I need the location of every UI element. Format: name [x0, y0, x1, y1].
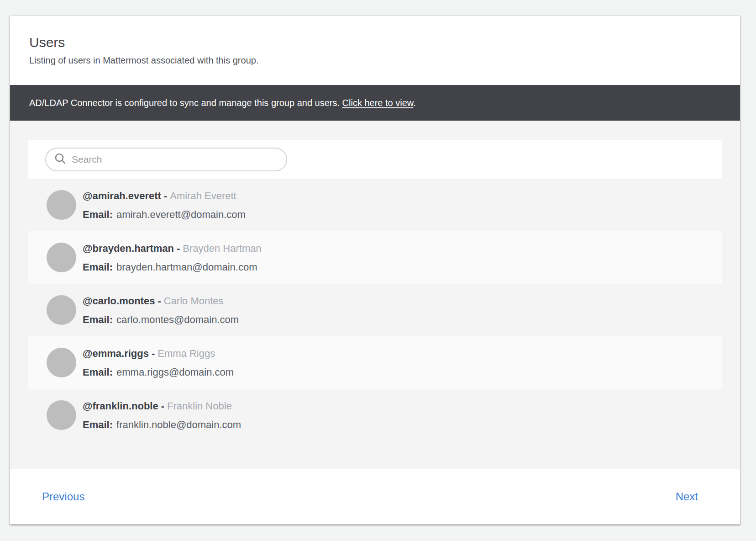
banner-text-before-link: AD/LDAP Connector is configured to sync …: [29, 98, 342, 108]
page-title: Users: [29, 33, 722, 52]
user-full-name: Emma Riggs: [158, 348, 215, 359]
user-info: @franklin.noble-Franklin Noble Email:fra…: [83, 400, 241, 431]
ldap-sync-banner: AD/LDAP Connector is configured to sync …: [10, 85, 740, 121]
next-page-link[interactable]: Next: [676, 490, 698, 503]
user-row[interactable]: @franklin.noble-Franklin Noble Email:fra…: [28, 389, 722, 441]
avatar-placeholder-icon: [47, 295, 76, 325]
user-email-line: Email:amirah.everett@domain.com: [83, 208, 246, 221]
user-row[interactable]: @amirah.everett-Amirah Everett Email:ami…: [28, 179, 722, 231]
email-label: Email:: [83, 419, 113, 430]
user-email-line: Email:carlo.montes@domain.com: [83, 313, 239, 326]
email-label: Email:: [83, 366, 113, 378]
user-info: @carlo.montes-Carlo Montes Email:carlo.m…: [83, 295, 239, 326]
user-email-line: Email:emma.riggs@domain.com: [83, 366, 234, 378]
user-full-name: Amirah Everett: [170, 190, 236, 202]
user-username: @amirah.everett: [83, 190, 161, 202]
avatar-placeholder-icon: [47, 348, 76, 377]
search-section: [28, 140, 722, 179]
email-label: Email:: [83, 261, 113, 273]
banner-text: AD/LDAP Connector is configured to sync …: [29, 98, 416, 108]
user-row[interactable]: @carlo.montes-Carlo Montes Email:carlo.m…: [28, 284, 722, 336]
user-full-name: Brayden Hartman: [183, 243, 261, 254]
pagination-footer: Previous Next: [10, 469, 740, 524]
user-email-line: Email:brayden.hartman@domain.com: [83, 261, 262, 273]
avatar-placeholder-icon: [47, 190, 76, 220]
user-row[interactable]: @brayden.hartman-Brayden Hartman Email:b…: [28, 231, 722, 284]
username-separator: -: [152, 348, 155, 359]
email-label: Email:: [83, 314, 113, 325]
user-name-line: @amirah.everett-Amirah Everett: [83, 190, 246, 202]
username-separator: -: [158, 295, 161, 307]
search-box[interactable]: [45, 148, 287, 171]
email-value: amirah.everett@domain.com: [116, 209, 246, 220]
panel-header: Users Listing of users in Mattermost ass…: [10, 16, 740, 85]
email-label: Email:: [83, 209, 113, 220]
email-value: carlo.montes@domain.com: [116, 314, 239, 325]
user-username: @franklin.noble: [83, 400, 158, 412]
username-separator: -: [177, 243, 180, 254]
page-subtitle: Listing of users in Mattermost associate…: [29, 54, 722, 67]
user-info: @emma.riggs-Emma Riggs Email:emma.riggs@…: [83, 347, 234, 378]
user-info: @amirah.everett-Amirah Everett Email:ami…: [83, 190, 246, 221]
users-panel: Users Listing of users in Mattermost ass…: [10, 15, 740, 525]
avatar-placeholder-icon: [47, 400, 76, 430]
user-name-line: @franklin.noble-Franklin Noble: [83, 400, 241, 412]
search-input[interactable]: [72, 154, 278, 165]
previous-page-link[interactable]: Previous: [42, 490, 84, 503]
user-name-line: @emma.riggs-Emma Riggs: [83, 347, 234, 360]
user-full-name: Carlo Montes: [164, 295, 224, 307]
email-value: franklin.noble@domain.com: [116, 419, 241, 430]
user-name-line: @carlo.montes-Carlo Montes: [83, 295, 239, 307]
avatar-placeholder-icon: [47, 243, 76, 272]
user-username: @emma.riggs: [83, 348, 149, 359]
email-value: emma.riggs@domain.com: [116, 366, 234, 378]
email-value: brayden.hartman@domain.com: [116, 261, 257, 273]
username-separator: -: [164, 190, 167, 202]
panel-body: @amirah.everett-Amirah Everett Email:ami…: [10, 121, 740, 469]
username-separator: -: [161, 400, 164, 412]
search-icon: [54, 153, 66, 166]
user-row[interactable]: @emma.riggs-Emma Riggs Email:emma.riggs@…: [28, 336, 722, 389]
user-email-line: Email:franklin.noble@domain.com: [83, 419, 241, 431]
user-name-line: @brayden.hartman-Brayden Hartman: [83, 242, 262, 255]
banner-view-link[interactable]: Click here to view: [342, 98, 414, 108]
user-username: @brayden.hartman: [83, 243, 174, 254]
user-list: @amirah.everett-Amirah Everett Email:ami…: [28, 179, 722, 441]
banner-text-after-link: .: [413, 98, 416, 108]
user-username: @carlo.montes: [83, 295, 155, 307]
user-info: @brayden.hartman-Brayden Hartman Email:b…: [83, 242, 262, 273]
user-full-name: Franklin Noble: [167, 400, 232, 412]
